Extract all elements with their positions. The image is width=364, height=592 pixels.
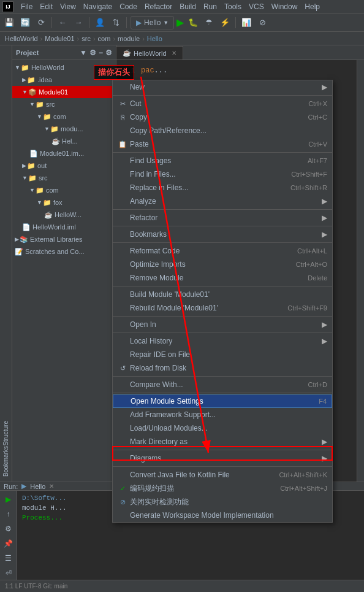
menu-file[interactable]: File <box>17 0 36 13</box>
menu-item-remove-module[interactable]: Remove ModuleDelete <box>113 271 332 285</box>
menu-run[interactable]: Run <box>200 0 221 13</box>
run-tab-close[interactable]: ✕ <box>49 483 54 490</box>
menu-item-diagrams[interactable]: Diagrams▶ <box>113 452 332 465</box>
tree-item-module01iml[interactable]: 📄 Module01.im... <box>12 147 116 160</box>
menu-item-copy-path-reference-[interactable]: Copy Path/Reference... <box>113 124 332 137</box>
tree-item-helloworld[interactable]: ▼ 📁 HelloWorld <box>12 61 116 74</box>
settings-button[interactable]: ⊘ <box>256 16 269 29</box>
user-button[interactable]: 👤 <box>93 16 107 29</box>
menu-window[interactable]: Window <box>268 0 301 13</box>
menu-item-open-module-settings[interactable]: Open Module SettingsF4 <box>113 394 332 408</box>
save-button[interactable]: 💾 <box>2 16 16 29</box>
menu-item-optimize-imports[interactable]: Optimize ImportsCtrl+Alt+O <box>113 258 332 271</box>
profile-button[interactable]: ⚡ <box>218 16 232 29</box>
panel-expand-btn[interactable]: ▼ <box>80 48 87 57</box>
menu-item-reload-from-disk[interactable]: ↺Reload from Disk <box>113 361 332 375</box>
menu-tools[interactable]: Tools <box>221 0 245 13</box>
tree-item-out[interactable]: ▶ 📁 out <box>12 160 116 172</box>
breadcrumb-hello[interactable]: Hello <box>147 35 162 42</box>
breadcrumb-com[interactable]: com <box>98 35 111 42</box>
tree-item-scratches[interactable]: 📝 Scratches and Co... <box>12 245 116 258</box>
nav-button[interactable]: ⇅ <box>109 16 123 29</box>
run-up-btn[interactable]: ↑ <box>2 508 15 520</box>
run-wrap-btn[interactable]: ⏎ <box>2 567 15 579</box>
bookmarks-tab[interactable]: Bookmarks <box>2 446 9 477</box>
tree-item-hello-java[interactable]: ☕ Hel... <box>12 135 116 147</box>
tree-item-com1[interactable]: ▼ 📁 com <box>12 110 116 123</box>
run-config-selector[interactable]: ▶ Hello ▼ <box>131 16 174 29</box>
menu-item-build-module-module01-[interactable]: Build Module 'Module01' <box>113 288 332 301</box>
menu-item-open-in[interactable]: Open In▶ <box>113 318 332 331</box>
menu-code[interactable]: Code <box>116 0 141 13</box>
menu-build[interactable]: Build <box>176 0 200 13</box>
menu-item-local-history[interactable]: Local History▶ <box>113 334 332 348</box>
panel-hide-btn[interactable]: − <box>99 48 103 57</box>
arrow-icon: ▼ <box>15 64 20 71</box>
breadcrumb-src[interactable]: src <box>82 35 91 42</box>
run-play-btn[interactable]: ▶ <box>2 493 15 506</box>
menu-item-generate-workspace-model-implementation[interactable]: Generate Workspace Model Implementation <box>113 509 332 522</box>
menu-item-convert-java-file-to-kotlin-file[interactable]: Convert Java File to Kotlin FileCtrl+Alt… <box>113 468 332 482</box>
tree-item-src1[interactable]: ▼ 📁 src <box>12 98 116 110</box>
menu-item-load-unload-modules-[interactable]: Load/Unload Modules... <box>113 421 332 435</box>
tab-helloworld[interactable]: ☕ HelloWorld ✕ <box>116 46 183 60</box>
menu-item-cut[interactable]: ✂CutCtrl+X <box>113 97 332 110</box>
tree-item-hellow-java[interactable]: ☕ HelloW... <box>12 209 116 221</box>
menu-item-paste[interactable]: 📋PasteCtrl+V <box>113 137 332 151</box>
menu-item-add-framework-support-[interactable]: Add Framework Support... <box>113 408 332 421</box>
tree-item-com2[interactable]: ▼ 📁 com <box>12 184 116 196</box>
menu-item-replace-in-files-[interactable]: Replace in Files...Ctrl+Shift+R <box>113 181 332 194</box>
menu-refactor[interactable]: Refactor <box>141 0 176 13</box>
menu-item-new[interactable]: New▶ <box>113 80 332 94</box>
run-tab-name[interactable]: Hello <box>30 483 45 490</box>
run-pin-btn[interactable]: 📌 <box>2 537 15 550</box>
panel-settings-btn[interactable]: ⚙ <box>89 48 96 57</box>
menu-item--[interactable]: ⊘关闭实时检测功能 <box>113 495 332 509</box>
forward-button[interactable]: → <box>72 16 85 29</box>
breadcrumb-module[interactable]: module <box>118 35 140 42</box>
run-button[interactable]: ▶ <box>176 17 184 28</box>
debug-button[interactable]: 🐛 <box>186 16 200 29</box>
breadcrumb-helloworld[interactable]: HelloWorld <box>5 35 38 42</box>
menu-view[interactable]: View <box>56 0 80 13</box>
panel-gear-btn[interactable]: ⚙ <box>105 48 112 57</box>
run-config-dropdown-icon: ▼ <box>163 20 169 26</box>
sync-button[interactable]: 🔄 <box>18 16 32 29</box>
java-icon: ☕ <box>44 211 53 219</box>
menu-item-refactor[interactable]: Refactor▶ <box>113 211 332 225</box>
menu-item-bookmarks[interactable]: Bookmarks▶ <box>113 228 332 241</box>
run-settings-btn[interactable]: ⚙ <box>2 523 15 535</box>
menu-item-find-in-files-[interactable]: Find in Files...Ctrl+Shift+F <box>113 167 332 181</box>
menu-item-mark-directory-as[interactable]: Mark Directory as▶ <box>113 435 332 448</box>
editor-tabs: ☕ HelloWorld ✕ <box>116 45 364 60</box>
tree-item-helloworldiml[interactable]: 📄 HelloWorld.iml <box>12 221 116 233</box>
breadcrumb-module01[interactable]: Module01 <box>45 35 74 42</box>
statusbar-text: 1:1 LF UTF-8 Git: main <box>5 583 67 590</box>
menu-item-compare-with-[interactable]: Compare With...Ctrl+D <box>113 378 332 391</box>
tree-item-extlibs[interactable]: ▶ 📚 External Libraries <box>12 233 116 245</box>
back-button[interactable]: ← <box>56 16 69 29</box>
tree-item-idea[interactable]: ▶ 📁 .idea <box>12 74 116 86</box>
menu-item-copy[interactable]: ⎘CopyCtrl+C <box>113 110 332 124</box>
menu-navigate[interactable]: Navigate <box>80 0 116 13</box>
tree-item-modu[interactable]: ▼ 📁 modu... <box>12 123 116 135</box>
menu-item-find-usages[interactable]: Find UsagesAlt+F7 <box>113 154 332 167</box>
tree-item-src2[interactable]: ▼ 📁 src <box>12 172 116 184</box>
tree-item-module01[interactable]: ▼ 📦 Module01 <box>12 86 116 98</box>
tree-item-fox[interactable]: ▼ 📁 fox <box>12 196 116 209</box>
left-activity-bar: Structure Bookmarks <box>0 45 12 482</box>
menu-item--[interactable]: ✓编码规约扫描Ctrl+Alt+Shift+J <box>113 482 332 495</box>
run-list-btn[interactable]: ☰ <box>2 552 15 564</box>
menu-help[interactable]: Help <box>301 0 324 13</box>
vcs-button[interactable]: 📊 <box>240 16 253 29</box>
menu-item-reformat-code[interactable]: Reformat CodeCtrl+Alt+L <box>113 244 332 258</box>
menu-item-rebuild-module-module01-[interactable]: Rebuild Module 'Module01'Ctrl+Shift+F9 <box>113 301 332 315</box>
structure-tab[interactable]: Structure <box>2 421 9 446</box>
coverage-button[interactable]: ☂ <box>202 16 216 29</box>
tab-close-icon[interactable]: ✕ <box>172 50 176 56</box>
menu-edit[interactable]: Edit <box>36 0 56 13</box>
menu-item-analyze[interactable]: Analyze▶ <box>113 194 332 208</box>
refresh-button[interactable]: ⟳ <box>34 16 48 29</box>
menu-item-repair-ide-on-file[interactable]: Repair IDE on File <box>113 348 332 361</box>
menu-vcs[interactable]: VCS <box>245 0 268 13</box>
